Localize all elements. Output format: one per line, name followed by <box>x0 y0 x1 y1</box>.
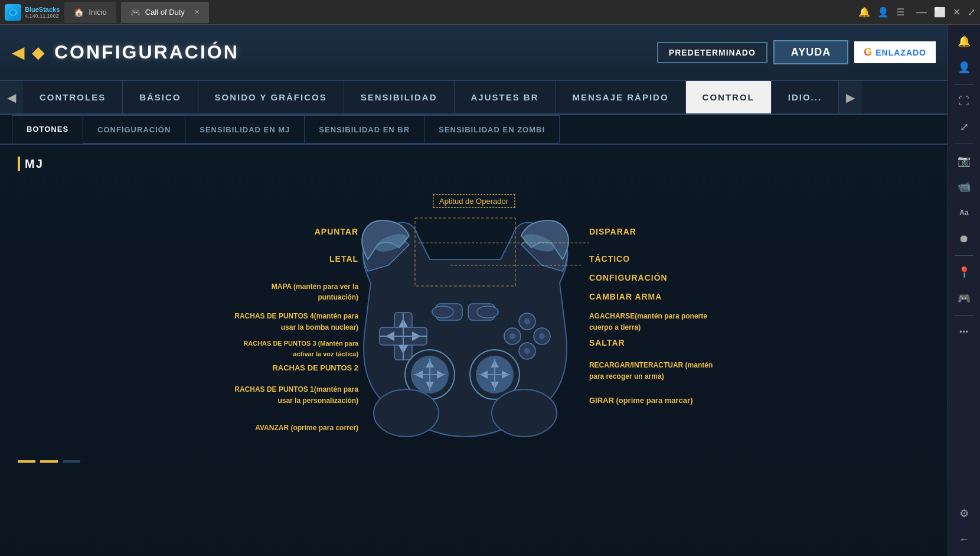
label-recargar: RECARGAR/INTERACTUAR (mantén para recoge… <box>583 359 713 381</box>
config-header: ◀ ◆ CONFIGURACIÓN PREDETERMINADO AYUDA G… <box>0 25 948 81</box>
tabs-left-arrow[interactable]: ◀ <box>0 81 23 113</box>
sidebar-screenshot-icon[interactable]: 📷 <box>952 149 976 173</box>
svg-point-7 <box>477 306 498 318</box>
sidebar-divider-3 <box>955 255 973 256</box>
subtab-sensibilidad-zombi[interactable]: SENSIBILIDAD EN ZOMBI <box>424 115 560 144</box>
notification-icon[interactable]: 🔔 <box>858 6 870 18</box>
predeterminado-button[interactable]: PREDETERMINADO <box>657 42 767 63</box>
operator-aptitude-label: Aptitud de Operador <box>433 194 515 208</box>
subtab-sensibilidad-br[interactable]: SENSIBILIDAD EN BR <box>304 115 424 144</box>
sidebar-account-icon[interactable]: 👤 <box>952 56 976 79</box>
sub-tabs: BOTONES CONFIGURACIÓN SENSIBILIDAD EN MJ… <box>0 115 948 145</box>
tab-idio[interactable]: IDIO... <box>772 81 839 113</box>
svg-point-21 <box>539 333 545 339</box>
tab-sensibilidad[interactable]: SENSIBILIDAD <box>344 81 455 113</box>
right-labels: DISPARAR TÁCTICO CONFIGURACIÓN CAMBIAR A… <box>583 183 930 454</box>
sidebar-divider-1 <box>955 84 973 84</box>
tab-controles[interactable]: CONTROLES <box>23 81 123 113</box>
bluestacks-name: BlueStacks 4.140.11.1002 <box>25 6 60 19</box>
sidebar-bell-icon[interactable]: 🔔 <box>952 30 976 53</box>
fullscreen-icon[interactable]: ⤢ <box>968 6 975 18</box>
sidebar-more-icon[interactable]: ••• <box>952 320 976 344</box>
section-bar <box>18 157 20 171</box>
back-arrow-button[interactable]: ◀ <box>12 43 25 62</box>
inicio-tab-icon: 🏠 <box>74 8 84 17</box>
title-bar: BlueStacks 4.140.11.1002 🏠 Inicio 🎮 Call… <box>0 0 980 25</box>
sidebar-back-icon[interactable]: ← <box>952 528 976 551</box>
sidebar-abc-icon[interactable]: Aa <box>952 201 976 225</box>
cod-tab-icon: 🎮 <box>130 8 141 17</box>
sidebar-video-icon[interactable]: 📹 <box>952 175 976 199</box>
indicator-2 <box>40 460 58 463</box>
left-content: ◀ ◆ CONFIGURACIÓN PREDETERMINADO AYUDA G… <box>0 25 948 556</box>
close-button[interactable]: ✕ <box>953 6 961 18</box>
config-title: CONFIGURACIÓN <box>54 41 239 63</box>
tab-inicio[interactable]: 🏠 Inicio <box>64 2 116 23</box>
main-area: ◀ ◆ CONFIGURACIÓN PREDETERMINADO AYUDA G… <box>0 25 980 556</box>
sidebar-settings-icon[interactable]: ⚙ <box>952 502 976 525</box>
header-buttons: PREDETERMINADO AYUDA G ENLAZADO <box>657 40 936 64</box>
diamond-icon: ◆ <box>32 43 45 62</box>
enlazado-label: ENLAZADO <box>876 48 926 57</box>
bluestacks-logo: BlueStacks 4.140.11.1002 <box>5 4 60 21</box>
tabs-right-arrow[interactable]: ▶ <box>839 81 862 113</box>
menu-icon[interactable]: ☰ <box>896 6 904 18</box>
tab-mensaje-rapido[interactable]: MENSAJE RÁPIDO <box>556 81 686 113</box>
subtab-botones[interactable]: BOTONES <box>12 115 83 144</box>
controller-diagram: APUNTAR LETAL MAPA (mantén para ver la p… <box>18 183 930 454</box>
bottom-indicators <box>18 460 930 463</box>
inicio-tab-label: Inicio <box>89 8 106 17</box>
tab-call-of-duty[interactable]: 🎮 Call of Duty ✕ <box>121 2 209 23</box>
sidebar-divider-2 <box>955 144 973 144</box>
google-g-icon: G <box>864 46 872 58</box>
controller-svg <box>312 212 619 448</box>
tab-sonido-graficos[interactable]: SONIDO Y GRÁFICOS <box>198 81 344 113</box>
account-icon[interactable]: 👤 <box>877 6 889 18</box>
svg-point-20 <box>524 318 530 324</box>
bluestacks-icon <box>5 4 21 21</box>
subtab-sensibilidad-mj[interactable]: SENSIBILIDAD EN MJ <box>185 115 305 144</box>
main-tabs: ◀ CONTROLES BÁSICO SONIDO Y GRÁFICOS SEN… <box>0 81 948 115</box>
tab-control[interactable]: CONTROL <box>686 81 772 113</box>
close-tab-icon[interactable]: ✕ <box>194 8 200 16</box>
cod-tab-label: Call of Duty <box>145 8 185 17</box>
sidebar-controls-icon[interactable]: 🎮 <box>952 287 976 310</box>
right-sidebar: 🔔 👤 ⛶ ⤢ 📷 📹 Aa ⏺ 📍 🎮 ••• ⚙ ← <box>948 25 980 556</box>
svg-point-44 <box>492 389 557 437</box>
window-controls: 🔔 👤 ☰ — ⬜ ✕ ⤢ <box>858 6 975 18</box>
sidebar-fullscreen-icon[interactable]: ⛶ <box>952 89 976 113</box>
svg-point-22 <box>524 348 530 354</box>
tab-ajustes-br[interactable]: AJUSTES BR <box>455 81 556 113</box>
config-title-area: ◀ ◆ CONFIGURACIÓN <box>12 41 239 63</box>
sidebar-expand-icon[interactable]: ⤢ <box>952 115 976 139</box>
subtab-configuracion[interactable]: CONFIGURACIÓN <box>83 115 185 144</box>
label-disparar: DISPARAR <box>583 226 636 237</box>
sidebar-location-icon[interactable]: 📍 <box>952 261 976 284</box>
svg-point-6 <box>432 306 453 318</box>
label-configuracion-r: CONFIGURACIÓN <box>583 272 668 283</box>
sidebar-divider-4 <box>955 315 973 316</box>
indicator-3 <box>63 460 80 463</box>
section-label: MJ <box>25 157 44 171</box>
label-tactico: TÁCTICO <box>583 253 630 264</box>
content-panel: MJ APUNTAR LETAL MAPA (mantén para ver l… <box>0 145 948 556</box>
enlazado-button[interactable]: G ENLAZADO <box>854 41 936 63</box>
label-agacharse: AGACHARSE(mantén para ponerte cuerpo a t… <box>583 310 713 332</box>
svg-point-23 <box>509 333 515 339</box>
maximize-button[interactable]: ⬜ <box>934 6 946 18</box>
section-title: MJ <box>18 157 930 171</box>
minimize-button[interactable]: — <box>916 6 927 18</box>
svg-point-43 <box>374 389 439 437</box>
ayuda-button[interactable]: AYUDA <box>773 40 848 64</box>
indicator-1 <box>18 460 35 463</box>
label-girar: GIRAR (oprime para marcar) <box>583 395 693 405</box>
sidebar-record-icon[interactable]: ⏺ <box>952 227 976 251</box>
tab-basico[interactable]: BÁSICO <box>123 81 198 113</box>
label-cambiar-arma: CAMBIAR ARMA <box>583 291 662 302</box>
label-saltar: SALTAR <box>583 337 625 348</box>
